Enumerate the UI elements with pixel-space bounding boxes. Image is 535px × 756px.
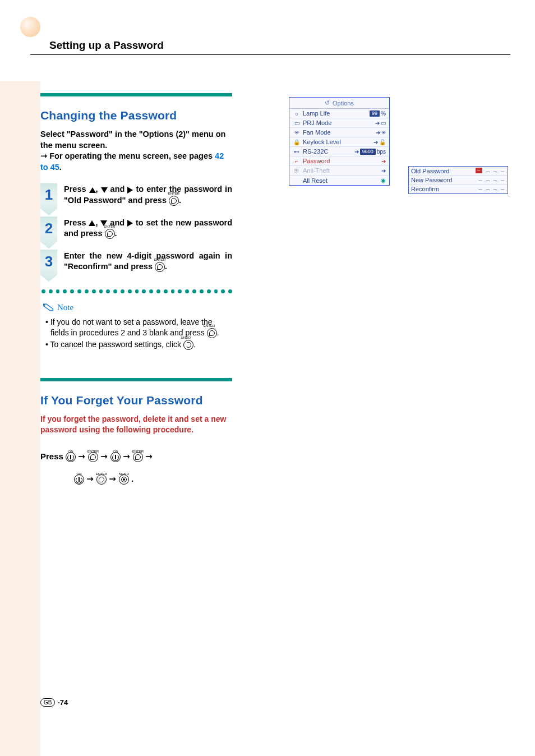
step-3: 3 Enter the new 4-digit password again i… bbox=[40, 250, 232, 273]
arrow-right-icon: → bbox=[40, 151, 47, 160]
enter-button-icon: ENTER bbox=[155, 262, 165, 272]
step-1-text: Press , and to enter the password in "Ol… bbox=[64, 183, 232, 206]
dotted-divider bbox=[40, 289, 232, 294]
enter-button-icon: ENTER bbox=[133, 452, 143, 462]
options-title: ↺ Options bbox=[289, 98, 389, 109]
press-label: Press bbox=[40, 451, 66, 461]
pwd-row-new[interactable]: New Password –––– bbox=[409, 176, 508, 185]
serial-icon: ⊷ bbox=[293, 149, 301, 155]
step-number: 1 bbox=[40, 186, 57, 204]
section2-heading: If You Forget Your Password bbox=[40, 394, 232, 407]
option-all-reset[interactable]: All Reset ◉ bbox=[289, 176, 389, 185]
enter-button-icon: ENTER bbox=[105, 229, 115, 239]
section-divider bbox=[40, 378, 232, 381]
fan-icon: ✳ bbox=[293, 130, 301, 136]
step-3-text: Enter the new 4-digit password again in … bbox=[64, 250, 232, 273]
step-number: 2 bbox=[40, 220, 57, 237]
svg-point-0 bbox=[44, 305, 45, 306]
enter-button-icon: ENTER bbox=[169, 196, 179, 206]
header-rule bbox=[30, 54, 510, 55]
option-anti-theft: ⛨ Anti-Theft ➔ bbox=[289, 166, 389, 176]
enter-button-icon: ENTER bbox=[207, 328, 217, 338]
section2-intro: If you forget the password, delete it an… bbox=[40, 414, 232, 435]
on-button-icon: ON bbox=[110, 452, 121, 462]
undo-button-icon: UNDO bbox=[183, 340, 193, 350]
intro-line-a: Select "Password" in the "Options (2)" m… bbox=[40, 130, 225, 150]
note-label: Note bbox=[57, 303, 73, 312]
password-entry-panel: Old Password – ––– New Password –––– Rec… bbox=[408, 166, 508, 194]
page-title: Setting up a Password bbox=[49, 39, 164, 52]
step-2-text: Press , and to set the new password and … bbox=[64, 216, 232, 239]
enter-button-icon: ENTER bbox=[96, 474, 107, 485]
lamp-icon: ☼ bbox=[293, 110, 301, 117]
up-arrow-icon bbox=[89, 220, 95, 226]
options-menu-panel: ↺ Options ☼ Lamp Life 99% ▭ PRJ Mode ➔ ▭… bbox=[289, 97, 390, 186]
options-title-icon: ↺ bbox=[325, 99, 330, 107]
on-button-icon: ON bbox=[66, 452, 76, 462]
key-icon: ⌐ bbox=[293, 158, 301, 164]
step-2: 2 Press , and to set the new password an… bbox=[40, 216, 232, 239]
option-prj-mode[interactable]: ▭ PRJ Mode ➔ ▭ bbox=[289, 118, 389, 128]
menu-button-icon: MENU bbox=[119, 474, 129, 485]
option-password[interactable]: ⌐ Password ➔ bbox=[289, 156, 389, 166]
page-number: -74 bbox=[57, 698, 68, 707]
shield-icon: ⛨ bbox=[293, 168, 301, 174]
pwd-row-old[interactable]: Old Password – ––– bbox=[409, 167, 508, 176]
enter-button-icon: ENTER bbox=[88, 452, 98, 462]
section1-intro: Select "Password" in the "Options (2)" m… bbox=[40, 129, 232, 173]
option-lamp-life[interactable]: ☼ Lamp Life 99% bbox=[289, 109, 389, 118]
up-arrow-icon bbox=[89, 187, 96, 193]
step-1: 1 Press , and to enter the password in "… bbox=[40, 183, 232, 206]
prj-icon: ▭ bbox=[293, 120, 301, 126]
option-fan-mode[interactable]: ✳ Fan Mode ➔ ✳ bbox=[289, 128, 389, 137]
right-arrow-icon bbox=[127, 187, 133, 193]
button-sequence: Press ON → ENTER → ON → ENTER → ON → ENT… bbox=[40, 445, 232, 490]
note-icon bbox=[43, 303, 54, 312]
note-list: If you do not want to set a password, le… bbox=[40, 317, 232, 350]
pwd-cursor: – bbox=[476, 168, 482, 173]
section-divider bbox=[40, 93, 232, 96]
section1-heading: Changing the Password bbox=[40, 109, 232, 122]
intro-line-b-suffix: . bbox=[59, 163, 62, 172]
step-number: 3 bbox=[40, 253, 57, 270]
lock-icon: 🔒 bbox=[293, 139, 301, 145]
pwd-row-reconfirm[interactable]: Reconfirm –––– bbox=[409, 185, 508, 193]
option-rs232c[interactable]: ⊷ RS-232C ➔9600bps bbox=[289, 147, 389, 156]
on-button-icon: ON bbox=[74, 474, 84, 485]
page-footer: GB -74 bbox=[40, 698, 68, 707]
header-accent-ball bbox=[20, 17, 40, 37]
region-badge: GB bbox=[40, 698, 55, 707]
option-keylock[interactable]: 🔒 Keylock Level ➔ 🔓 bbox=[289, 137, 389, 147]
right-arrow-icon bbox=[127, 220, 133, 227]
intro-line-b: For operating the menu screen, see pages bbox=[47, 151, 215, 160]
down-arrow-icon bbox=[101, 187, 108, 193]
